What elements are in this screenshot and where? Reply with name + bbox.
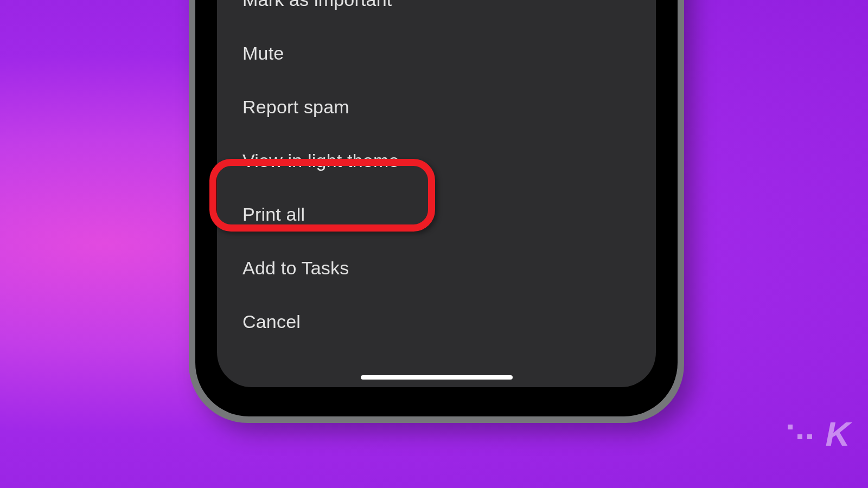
menu-item-mark-important[interactable]: Mark as important xyxy=(242,0,630,27)
phone-device: Mark as important Mute Report spam View … xyxy=(189,0,684,423)
phone-frame: Mark as important Mute Report spam View … xyxy=(195,0,678,416)
menu-item-cancel[interactable]: Cancel xyxy=(242,295,630,349)
menu-item-mute[interactable]: Mute xyxy=(242,27,630,80)
menu-item-label: Mark as important xyxy=(242,0,392,10)
phone-bezel: Mark as important Mute Report spam View … xyxy=(205,0,668,407)
menu-item-report-spam[interactable]: Report spam xyxy=(242,80,630,134)
dot-icon xyxy=(788,425,793,429)
menu-item-label: Print all xyxy=(242,204,305,224)
menu-item-label: Cancel xyxy=(242,311,301,332)
menu-item-label: View in light theme xyxy=(242,150,399,171)
menu-item-label: Add to Tasks xyxy=(242,258,349,278)
menu-item-add-tasks[interactable]: Add to Tasks xyxy=(242,241,630,295)
menu-item-label: Mute xyxy=(242,43,284,63)
menu-item-label: Report spam xyxy=(242,97,349,117)
context-menu: Mark as important Mute Report spam View … xyxy=(217,0,656,349)
dot-icon xyxy=(807,434,812,439)
watermark-logo: K xyxy=(826,414,849,453)
phone-screen: Mark as important Mute Report spam View … xyxy=(217,0,656,387)
menu-item-print-all[interactable]: Print all xyxy=(242,188,630,241)
dot-icon xyxy=(797,434,802,439)
home-indicator[interactable] xyxy=(361,375,513,380)
menu-item-light-theme[interactable]: View in light theme xyxy=(242,134,630,188)
